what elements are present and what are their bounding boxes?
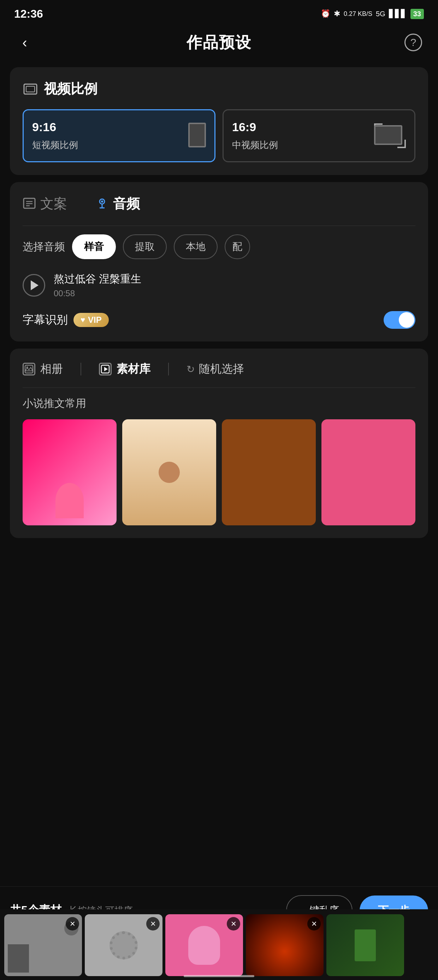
tab-library[interactable]: 素材库 <box>99 361 151 377</box>
tab-audio[interactable]: 音频 <box>95 195 140 215</box>
ratio-16-9-option[interactable]: 16:9 中视频比例 <box>222 109 416 162</box>
audio-tab-icon <box>95 197 109 212</box>
ratio-9-16-option[interactable]: 9:16 短视频比例 <box>22 109 216 162</box>
subtitle-left: 字幕识别 ♥ VIP <box>22 312 109 328</box>
text-tab-icon <box>22 197 36 212</box>
tab-text[interactable]: 文案 <box>22 195 67 215</box>
svg-point-12 <box>27 367 28 368</box>
svg-marker-14 <box>104 367 108 371</box>
album-icon <box>22 363 35 375</box>
tab-album[interactable]: 相册 <box>22 361 63 377</box>
track-name: 熬过低谷 涅槃重生 <box>54 272 141 286</box>
thumb-item-2[interactable] <box>122 419 216 525</box>
random-icon: ↻ <box>187 363 195 375</box>
subtitle-toggle[interactable] <box>384 311 416 329</box>
top-navigation: ‹ 作品预设 ? <box>0 25 438 60</box>
svg-rect-1 <box>26 86 35 92</box>
play-icon <box>31 280 38 290</box>
strip-item-1: ✕ <box>4 914 82 976</box>
svg-point-9 <box>101 200 103 202</box>
audio-select-row: 选择音频 样音 提取 本地 配 <box>22 234 416 259</box>
vip-label: VIP <box>88 315 102 325</box>
audio-track: 熬过低谷 涅槃重生 00:58 <box>22 272 416 298</box>
strip-item-3: ✕ <box>165 914 243 976</box>
album-tab-label: 相册 <box>40 361 63 377</box>
remove-item-3-button[interactable]: ✕ <box>227 917 240 931</box>
status-time: 12:36 <box>14 8 43 21</box>
home-indicator <box>184 975 254 977</box>
question-mark-icon: ? <box>405 33 422 51</box>
text-tab-label: 文案 <box>40 195 67 213</box>
video-ratio-icon <box>22 81 38 97</box>
network-speed: 0.27 KB/S <box>344 10 372 18</box>
back-button[interactable]: ‹ <box>14 32 35 53</box>
heart-icon: ♥ <box>81 315 85 325</box>
status-bar: 12:36 ⏰ ✱ 0.27 KB/S 5G ▋▋▋ 33 <box>0 0 438 25</box>
ratio-options: 9:16 短视频比例 16:9 中视频比例 <box>22 109 416 162</box>
text-audio-card: 文案 音频 选择音频 样音 提取 本地 配 <box>10 182 428 342</box>
thumb-item-4[interactable] <box>321 419 416 525</box>
library-icon <box>99 363 112 375</box>
video-ratio-title: 视频比例 <box>44 80 97 98</box>
landscape-preview <box>374 123 406 148</box>
category-label: 小说推文常用 <box>22 396 416 411</box>
vip-badge: ♥ VIP <box>73 313 109 327</box>
svg-marker-11 <box>25 368 33 371</box>
subtitle-label: 字幕识别 <box>22 312 68 328</box>
toggle-knob <box>399 312 414 328</box>
bluetooth-icon: ✱ <box>334 9 340 18</box>
material-card: 相册 素材库 ↻ 随机选择 小说推文常用 <box>10 348 428 538</box>
audio-btn-extract[interactable]: 提取 <box>123 234 167 259</box>
audio-select-label: 选择音频 <box>22 240 65 254</box>
audio-btn-local[interactable]: 本地 <box>174 234 217 259</box>
thumb-item-3[interactable] <box>222 419 316 525</box>
strip-item-5 <box>326 914 404 976</box>
selected-media-strip: ✕ ✕ ✕ ✕ <box>0 909 438 980</box>
ratio-9-16-label: 短视频比例 <box>32 139 206 151</box>
random-tab-label: 随机选择 <box>199 361 244 377</box>
audio-btn-sample[interactable]: 样音 <box>72 234 116 259</box>
library-tab-label: 素材库 <box>117 361 151 377</box>
status-icons: ⏰ ✱ 0.27 KB/S 5G ▋▋▋ 33 <box>321 9 424 19</box>
back-arrow-icon: ‹ <box>22 35 27 51</box>
help-button[interactable]: ? <box>403 32 424 53</box>
audio-btn-more[interactable]: 配 <box>225 234 250 259</box>
thumb-item-1[interactable] <box>22 419 117 525</box>
page-title: 作品预设 <box>187 32 251 53</box>
tab-random[interactable]: ↻ 随机选择 <box>187 361 244 377</box>
strip-item-4: ✕ <box>246 914 324 976</box>
audio-tab-label: 音频 <box>113 195 140 213</box>
signal-bars-icon: ▋▋▋ <box>389 9 407 18</box>
ratio-9-16-number: 9:16 <box>32 120 206 134</box>
battery-indicator: 33 <box>411 9 424 19</box>
tab-separator-1 <box>81 363 81 375</box>
divider-line <box>22 226 416 226</box>
video-ratio-card: 视频比例 9:16 短视频比例 16:9 中视频比例 <box>10 67 428 175</box>
portrait-preview <box>188 123 206 149</box>
remove-item-1-button[interactable]: ✕ <box>66 917 79 931</box>
signal-5g-icon: 5G <box>376 10 386 18</box>
track-info: 熬过低谷 涅槃重生 00:58 <box>54 272 141 298</box>
video-ratio-header: 视频比例 <box>22 80 416 98</box>
material-tabs: 相册 素材库 ↻ 随机选择 <box>22 361 416 377</box>
remove-item-4-button[interactable]: ✕ <box>307 917 321 931</box>
subtitle-row: 字幕识别 ♥ VIP <box>22 311 416 329</box>
thumbnail-grid <box>22 419 416 525</box>
tab-separator-2 <box>168 363 169 375</box>
alarm-icon: ⏰ <box>321 9 330 18</box>
remove-item-2-button[interactable]: ✕ <box>146 917 160 931</box>
text-audio-tabs: 文案 音频 <box>22 195 416 215</box>
play-button[interactable] <box>22 274 45 297</box>
strip-item-2: ✕ <box>85 914 162 976</box>
track-time: 00:58 <box>54 288 141 298</box>
